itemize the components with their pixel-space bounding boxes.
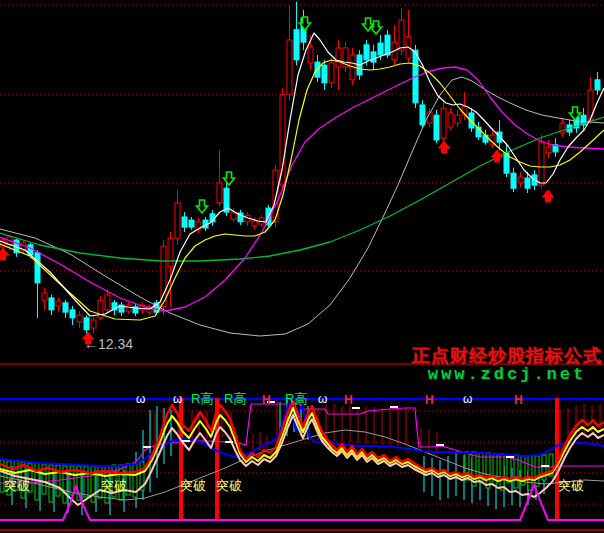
candle-bear xyxy=(385,35,390,55)
sell-signal-arrow-icon xyxy=(197,200,208,213)
r-high-label: R高 xyxy=(224,391,246,406)
panel-green-bar xyxy=(528,456,532,490)
omega-mark: ω xyxy=(318,392,327,406)
h-mark: H xyxy=(344,393,353,407)
candle-bear xyxy=(434,115,439,140)
h-mark: H xyxy=(262,393,271,407)
candle-bull xyxy=(231,212,236,219)
candle-bull xyxy=(77,315,82,322)
candle-bear xyxy=(84,318,89,330)
candle-bull xyxy=(539,142,544,185)
candle-bull xyxy=(175,203,180,238)
candle-bull xyxy=(280,95,285,185)
candle-bull xyxy=(217,183,222,203)
candle-bull xyxy=(441,108,446,138)
candle-bull xyxy=(546,147,551,153)
ma-gray-line xyxy=(0,77,604,336)
candle-bull xyxy=(168,238,173,267)
candle-bear xyxy=(294,30,299,60)
panel-green-bar xyxy=(84,466,88,497)
buy-signal-arrow-icon xyxy=(543,190,554,202)
breakout-label: 突破 xyxy=(101,478,127,493)
candle-bull xyxy=(252,221,257,226)
candle-bull xyxy=(105,295,110,310)
candle-bear xyxy=(70,310,75,318)
candle-bear xyxy=(189,220,194,227)
candle-bull xyxy=(518,177,523,183)
candle-bull xyxy=(91,320,96,328)
breakout-label: 突破 xyxy=(4,478,30,493)
candle-bull xyxy=(308,47,313,63)
panel-green-bar xyxy=(486,453,490,488)
candle-bear xyxy=(525,178,530,188)
panel-green-bar xyxy=(500,454,504,490)
breakout-label: 突破 xyxy=(180,478,206,493)
buy-signal-arrow-icon xyxy=(492,150,503,162)
candle-bear xyxy=(35,253,40,283)
candle-bull xyxy=(455,115,460,123)
candle-bull xyxy=(126,305,131,311)
stock-chart-screen: ←12.34突破突破突破突破突破R高R高R高ωωωωHHHH 正点财经炒股指标公… xyxy=(0,0,604,533)
candle-bear xyxy=(420,105,425,125)
candle-bear xyxy=(364,45,369,60)
candle-bear xyxy=(49,298,54,310)
candle-bear xyxy=(511,173,516,188)
candle-bear xyxy=(63,303,68,312)
candle-bull xyxy=(399,20,404,50)
r-high-label: R高 xyxy=(191,391,213,406)
candle-bull xyxy=(448,113,453,127)
r-high-label: R高 xyxy=(285,391,307,406)
chart-canvas: ←12.34突破突破突破突破突破R高R高R高ωωωωHHHH xyxy=(0,0,604,533)
low-price-label: ←12.34 xyxy=(84,336,133,352)
buy-signal-arrow-icon xyxy=(0,248,9,260)
omega-mark: ω xyxy=(463,392,472,406)
candle-bull xyxy=(42,293,47,300)
sell-signal-arrow-icon xyxy=(371,21,382,34)
candle-bear xyxy=(371,52,376,62)
candle-bear xyxy=(322,65,327,83)
omega-mark: ω xyxy=(173,392,182,406)
buy-signal-arrow-icon xyxy=(439,141,450,153)
omega-mark: ω xyxy=(136,392,145,406)
candle-bear xyxy=(595,80,600,90)
h-mark: H xyxy=(514,393,523,407)
candle-bull xyxy=(287,40,292,95)
candle-bear xyxy=(182,217,187,227)
candle-bear xyxy=(378,43,383,55)
h-mark: H xyxy=(425,393,434,407)
candle-bull xyxy=(336,48,341,67)
panel-green-bar xyxy=(535,456,539,486)
candle-bull xyxy=(329,63,334,83)
breakout-label: 突破 xyxy=(558,478,584,493)
breakout-label: 突破 xyxy=(216,478,242,493)
candle-bull xyxy=(56,301,61,306)
